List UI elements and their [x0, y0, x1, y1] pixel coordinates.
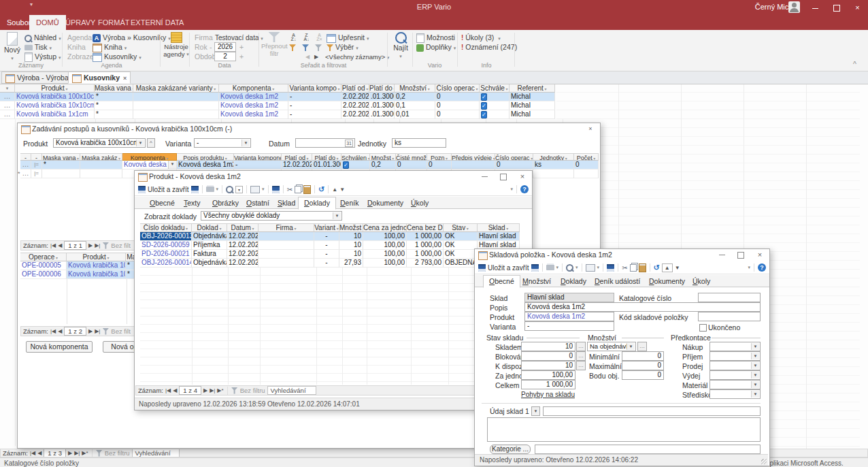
last-record-button[interactable]: ▶|	[210, 387, 215, 393]
prev-record-button[interactable]: ◀	[58, 328, 62, 334]
cell-cislo[interactable]: OBJ-2026-00013	[140, 232, 192, 241]
produkt-combo[interactable]: Kovová krabička 100x10cm▼	[53, 138, 146, 148]
cell-stav[interactable]: OBJEDNÁNO	[444, 259, 478, 268]
varianta-field[interactable]: -	[524, 321, 614, 331]
col-doklad[interactable]: Doklad	[192, 223, 227, 232]
filter-status[interactable]: Bez filtru	[240, 387, 265, 394]
rok-value[interactable]: 2026	[214, 42, 236, 52]
col-stav[interactable]: Stav	[444, 223, 478, 232]
k-dispozici-field[interactable]: 10	[521, 361, 575, 370]
material-combo[interactable]: ▼	[710, 380, 761, 389]
cell-maska[interactable]: *	[42, 161, 80, 170]
calendar-icon[interactable]: 31	[345, 140, 353, 147]
col-plati-do[interactable]: Platí do	[312, 153, 341, 161]
chevron-down-icon[interactable]: ▼	[627, 343, 635, 350]
col-komponenta[interactable]: Komponenta	[219, 84, 288, 93]
search-input[interactable]: Vyhledávání	[132, 449, 180, 457]
mail-icon[interactable]	[586, 264, 595, 272]
kategorie-button[interactable]: Kategorie ...	[490, 445, 531, 454]
k-dispozici-detail-button[interactable]: …	[576, 361, 586, 370]
export-icon[interactable]	[607, 264, 614, 272]
save-close-button[interactable]: Uložit a zavřít	[488, 264, 529, 272]
katalogove-cislo-field[interactable]	[698, 293, 761, 302]
record-count[interactable]: 1 z 2	[64, 327, 86, 336]
first-record-button[interactable]: |◀	[50, 242, 56, 248]
col-mnozst[interactable]: Množst	[370, 153, 396, 161]
filter-status-icon[interactable]	[102, 242, 109, 249]
nova-komponenta-button[interactable]: Nová komponenta	[26, 341, 93, 353]
filter-status[interactable]: Bez filt	[111, 327, 131, 335]
col-sklad[interactable]: Sklad	[478, 223, 520, 232]
filter-status[interactable]: Bez filtru	[105, 449, 130, 457]
varianta-combo[interactable]: -▼	[194, 138, 251, 148]
cell-stav[interactable]: OK	[444, 250, 478, 259]
cell-cena-bez[interactable]: 1 000,00	[407, 250, 444, 259]
poznamka-textarea[interactable]	[487, 417, 761, 442]
row-expand-button[interactable]: …	[0, 101, 15, 110]
cell-plati-do[interactable]: .01.3000	[369, 93, 395, 101]
cell-firma[interactable]	[258, 241, 314, 250]
agenda-selector[interactable]: A Výroba » Kusovníky ▾	[93, 33, 171, 42]
cell-varianta[interactable]: -	[288, 93, 341, 101]
row-flag-icon[interactable]: |=	[31, 161, 42, 170]
first-record-button[interactable]: |◀	[165, 387, 171, 393]
mail-icon[interactable]	[250, 186, 260, 193]
cell-produkt[interactable]: Kovová krabička 1x1cm	[15, 110, 95, 119]
col-firma[interactable]: Firma	[258, 223, 314, 232]
col-cena-za-jednot[interactable]: Cena za jednot	[363, 223, 407, 232]
col-cislo-dokladu[interactable]: Číslo dokladu	[140, 223, 192, 232]
chevron-down-icon[interactable]: ▼	[241, 140, 250, 146]
doklady-filter-combo[interactable]: Všechny obvyklé doklady▼	[201, 211, 342, 221]
cell-mnozstvi[interactable]: 0,1	[395, 101, 435, 110]
preview-icon[interactable]	[226, 186, 233, 193]
col-maska-vana[interactable]: Maska vana	[95, 84, 133, 93]
cell-operace[interactable]: OPE-000005	[20, 261, 67, 270]
col-schvale[interactable]: Schvále	[480, 84, 510, 93]
cell-referent[interactable]: Michal	[510, 93, 555, 101]
cell-variant[interactable]: -	[314, 250, 339, 259]
tab-doklady[interactable]: Doklady	[298, 197, 336, 210]
cell-cena-bez[interactable]: 1 000,00	[407, 232, 444, 241]
row-expand-button[interactable]: …	[0, 110, 15, 119]
tab-dokumenty[interactable]: Dokumenty	[644, 276, 690, 287]
cell-jednotky[interactable]: ks	[533, 161, 574, 170]
record-count[interactable]: 1 z 1	[64, 241, 86, 250]
find-button[interactable]: Najít▾	[390, 32, 412, 60]
close-button[interactable]: ×	[581, 123, 600, 135]
col-ciste-mnozst[interactable]: Čisté množst	[396, 153, 427, 161]
filter-black-button[interactable]	[302, 43, 309, 52]
user-avatar-icon[interactable]	[788, 1, 800, 13]
filter-clear-button[interactable]	[315, 43, 322, 52]
row-expand-button[interactable]: …	[20, 161, 31, 170]
copy-icon[interactable]	[630, 264, 637, 272]
cell-ciste[interactable]: 0	[396, 161, 427, 170]
row-flag-icon[interactable]: |=	[31, 170, 42, 178]
chevron-down-icon[interactable]: ▼	[751, 343, 759, 350]
chevron-down-icon[interactable]: ▼	[751, 391, 759, 398]
cell-zakazane[interactable]	[133, 93, 219, 101]
cell-maska[interactable]: *	[95, 93, 133, 101]
cell-schvaleno[interactable]: ✓	[480, 101, 510, 110]
col-referent[interactable]: Referent	[510, 84, 555, 93]
col-predpis-vydeje[interactable]: Předpis výdeje	[452, 153, 495, 161]
col-cislo-operac[interactable]: Číslo operac	[495, 153, 533, 161]
cell-doklad[interactable]: Faktura	[192, 250, 227, 259]
cell-produkt[interactable]: Kovová krabička 10x10cm	[15, 101, 95, 110]
cell-cislo-operace[interactable]: 0	[435, 110, 480, 119]
cell-varianta[interactable]: -	[288, 101, 341, 110]
na-objednavku-combo[interactable]: Na objednávku▼	[587, 342, 636, 351]
cell-pocet[interactable]: 0	[574, 161, 599, 170]
skladem-field[interactable]: 10	[521, 342, 575, 351]
obdobi-plus-button[interactable]: +	[239, 52, 244, 61]
close-button[interactable]: ×	[750, 249, 769, 261]
cell-stav[interactable]: OK	[444, 232, 478, 241]
first-record-button[interactable]: |◀	[50, 328, 56, 334]
doctab-kusovniky[interactable]: Kusovníky×	[68, 71, 131, 84]
paste-icon[interactable]	[303, 185, 311, 194]
cell-plati-od[interactable]: 12.02.2026	[282, 161, 312, 170]
cut-icon[interactable]: ✂	[287, 186, 293, 193]
ukonceno-checkbox[interactable]	[699, 324, 707, 332]
options-button[interactable]: Možnosti	[416, 33, 455, 42]
cell-zakazane[interactable]	[133, 110, 219, 119]
col-variant[interactable]: Variant	[314, 223, 339, 232]
